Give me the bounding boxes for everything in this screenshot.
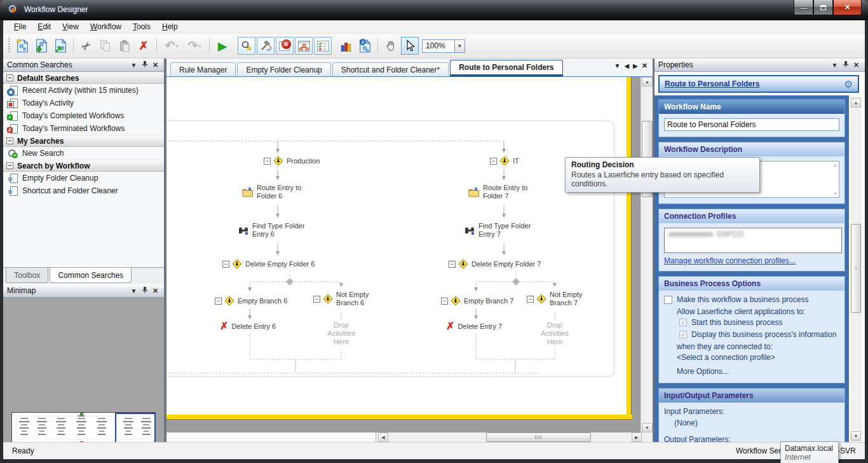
copy-button[interactable] <box>97 37 114 55</box>
redo-button[interactable]: ↷▾ <box>184 37 205 55</box>
collapse-toggle[interactable]: − <box>441 298 448 305</box>
node-not-empty-branch-7[interactable]: −Not EmptyBranch 7 <box>527 291 582 307</box>
common-searches-panel-header[interactable]: Common Searches ▼ ✕ <box>3 59 164 72</box>
menu-item-edit[interactable]: Edit <box>32 21 57 32</box>
collapse-section-icon[interactable]: − <box>6 74 13 81</box>
run-workflow-button[interactable]: ▶ <box>214 37 231 55</box>
business-process-checkbox[interactable] <box>664 296 672 304</box>
menu-item-view[interactable]: View <box>57 21 85 32</box>
search-item-new-search[interactable]: New Search <box>3 147 164 160</box>
workflow-outline-button[interactable] <box>295 37 313 55</box>
menu-item-file[interactable]: File <box>8 21 32 32</box>
properties-panel-header[interactable]: Properties ▼ ✕ <box>654 59 865 72</box>
node-delete-entry-6[interactable]: ✗Delete Entry 6 <box>220 322 276 331</box>
search-item-shortcut-and-folder-cleaner[interactable]: Shortcut and Folder Cleaner <box>3 184 164 197</box>
display-info-checkbox[interactable]: ✓ <box>679 331 687 338</box>
minimize-button[interactable]: — <box>794 0 813 15</box>
collapse-section-icon[interactable]: − <box>6 137 13 144</box>
workflow-name-input[interactable]: Route to Personal Folders <box>664 118 839 131</box>
toolbar-grip[interactable] <box>8 38 10 53</box>
node-it[interactable]: −IT <box>490 156 519 166</box>
collapse-toggle[interactable]: − <box>264 158 271 165</box>
tab-close-icon[interactable]: ✕ <box>642 62 648 70</box>
collapse-toggle[interactable]: − <box>313 296 320 303</box>
node-drop-activities-6[interactable]: DropActivitiesHere <box>327 321 355 346</box>
properties-scroll-thumb[interactable]: ≡ <box>851 224 861 313</box>
checklist-button[interactable] <box>314 37 332 55</box>
scroll-down-icon[interactable]: ▼ <box>642 423 653 432</box>
node-route-entry-to-folder-7[interactable]: Route Entry toFolder 7 <box>468 184 527 200</box>
menu-item-workflow[interactable]: Workflow <box>85 21 127 32</box>
minimap-panel-header[interactable]: Minimap ▼ ✕ <box>3 284 164 298</box>
properties-scroll-up-icon[interactable]: ▲ <box>851 98 861 107</box>
collapse-toggle[interactable]: − <box>222 261 229 268</box>
section-header-my-searches[interactable]: −My Searches <box>3 135 164 147</box>
node-route-entry-to-folder-6[interactable]: Route Entry toFolder 6 <box>242 184 301 200</box>
scroll-up-icon[interactable]: ▲ <box>642 77 653 86</box>
delete-button[interactable]: ✗ <box>135 37 153 55</box>
workflow-info-button[interactable]: i <box>356 37 374 55</box>
manage-connection-profiles-link[interactable]: Manage workflow connection profiles... <box>664 256 796 265</box>
search-item-empty-folder-cleanup[interactable]: Empty Folder Cleanup <box>3 172 164 184</box>
workflow-link[interactable]: Route to Personal Folders <box>665 79 844 88</box>
node-empty-branch-7[interactable]: −Empty Branch 7 <box>441 296 513 306</box>
node-not-empty-branch-6[interactable]: −Not EmptyBranch 6 <box>313 291 369 307</box>
search-item-today-s-completed-workflows[interactable]: Today's Completed Workflows <box>3 109 164 122</box>
node-find-type-folder-entry-6[interactable]: Find Type FolderEntry 6 <box>238 222 304 238</box>
reports-chart-button[interactable] <box>337 37 355 55</box>
tab-empty-folder-cleanup[interactable]: Empty Folder Cleanup <box>237 62 330 76</box>
find-activities-button[interactable] <box>238 37 255 55</box>
tab-scroll-left-icon[interactable]: ◀ <box>624 62 629 69</box>
collapse-section-icon[interactable]: − <box>6 162 13 169</box>
properties-scroll-down-icon[interactable]: ▼ <box>851 431 861 441</box>
zoom-combobox[interactable]: 100% ▼ <box>422 39 465 53</box>
search-item-today-s-activity[interactable]: Today's Activity <box>3 97 164 109</box>
settings-gear-icon[interactable]: ⚙ <box>844 78 853 90</box>
start-process-checkbox[interactable]: ✓ <box>679 319 687 326</box>
tab-rule-manager[interactable]: Rule Manager <box>170 62 236 76</box>
tools-button[interactable] <box>257 37 275 55</box>
close-button[interactable]: ✕ <box>833 0 862 15</box>
properties-close-icon[interactable]: ✕ <box>851 61 861 69</box>
minimap-menu-chevron-icon[interactable]: ▼ <box>129 287 139 294</box>
horizontal-scroll-thumb[interactable]: ⦀⦀⦀ <box>486 432 591 442</box>
collapse-toggle[interactable]: − <box>490 158 497 165</box>
collapse-toggle[interactable]: − <box>215 298 222 305</box>
panel-close-icon[interactable]: ✕ <box>151 61 160 69</box>
panel-menu-chevron-icon[interactable]: ▼ <box>129 62 139 69</box>
textarea-scroll-up-icon[interactable]: ▲ <box>833 163 837 167</box>
properties-pin-icon[interactable] <box>841 60 850 69</box>
minimap-pin-icon[interactable] <box>140 286 149 295</box>
node-production[interactable]: −Production <box>264 156 320 166</box>
open-workflow-button[interactable] <box>32 37 50 55</box>
connection-profiles-listbox[interactable]: DAFCO <box>664 228 842 253</box>
node-delete-entry-7[interactable]: ✗Delete Entry 7 <box>446 322 502 331</box>
textarea-scroll-down-icon[interactable]: ▼ <box>833 191 837 196</box>
scroll-right-icon[interactable]: ▶ <box>632 432 642 442</box>
undo-button[interactable]: ↶▾ <box>161 37 182 55</box>
menu-item-help[interactable]: Help <box>156 21 184 32</box>
error-list-button[interactable]: ✕ <box>276 37 294 55</box>
workflow-canvas[interactable]: −Production−ITRoute Entry toFolder 6Rout… <box>166 77 641 432</box>
node-delete-empty-folder-6[interactable]: −Delete Empty Folder 6 <box>222 259 315 269</box>
node-drop-activities-7[interactable]: DropActivitiesHere <box>541 321 568 346</box>
restore-button[interactable] <box>813 0 833 15</box>
bottom-tab-common-searches[interactable]: Common Searches <box>50 268 132 283</box>
title-bar[interactable]: ⚙ Workflow Designer — ✕ <box>0 0 868 20</box>
paste-button[interactable] <box>116 37 133 55</box>
node-empty-branch-6[interactable]: −Empty Branch 6 <box>215 296 287 306</box>
select-connection-profile[interactable]: <Select a connection profile> <box>677 353 839 362</box>
search-item-recent-activity-within-15-minutes[interactable]: Recent Activity (within 15 minutes) <box>3 84 164 97</box>
more-options-link[interactable]: More Options... <box>677 367 839 376</box>
tab-shortcut-and-folder-cleaner[interactable]: Shortcut and Folder Cleaner* <box>332 62 449 76</box>
minimap-close-icon[interactable]: ✕ <box>151 287 160 295</box>
properties-scrollbar[interactable]: ▲ ≡ ▼ <box>850 97 862 442</box>
search-item-today-s-terminated-workflows[interactable]: Today's Terminated Workflows <box>3 122 164 135</box>
minimap-thumbnail[interactable] <box>11 412 156 442</box>
new-workflow-button[interactable] <box>13 37 31 55</box>
pan-hand-button[interactable] <box>382 37 400 55</box>
section-header-search-by-workflow[interactable]: −Search by Workflow <box>3 160 164 172</box>
select-pointer-button[interactable] <box>401 37 419 55</box>
node-delete-empty-folder-7[interactable]: −Delete Empty Folder 7 <box>449 259 541 269</box>
panel-pin-icon[interactable] <box>140 60 149 69</box>
